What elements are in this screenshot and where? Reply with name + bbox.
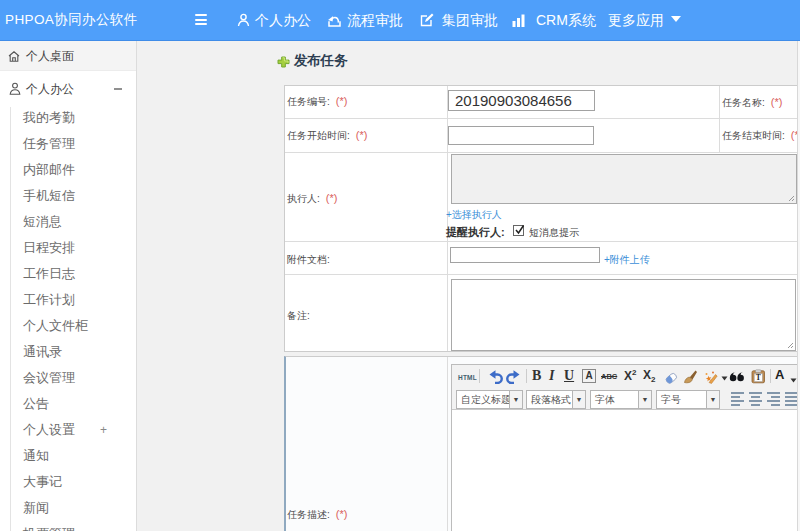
svg-text:T: T	[756, 373, 761, 382]
